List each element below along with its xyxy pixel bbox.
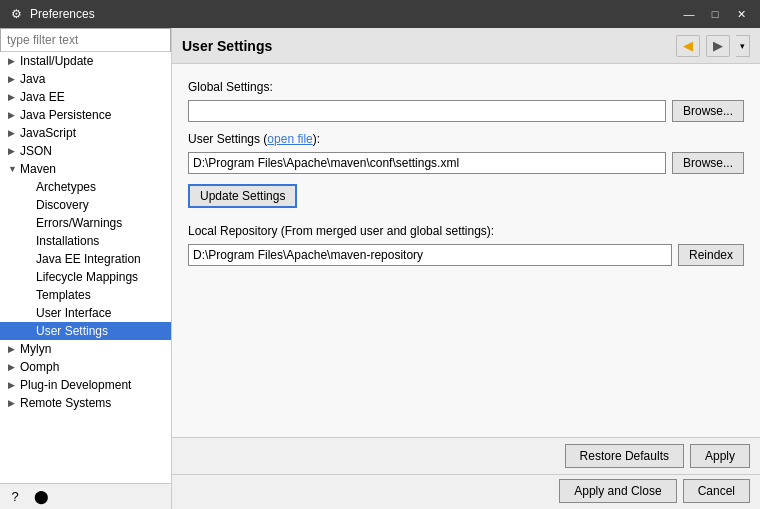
- sidebar-item-label: Plug-in Development: [20, 378, 131, 392]
- sidebar-item-user-settings[interactable]: User Settings: [0, 322, 171, 340]
- sidebar-item-remote-systems[interactable]: ▶ Remote Systems: [0, 394, 171, 412]
- sidebar-item-label: Mylyn: [20, 342, 51, 356]
- user-settings-label: User Settings (open file):: [188, 132, 744, 146]
- title-bar: ⚙ Preferences — □ ✕: [0, 0, 760, 28]
- panel-title: User Settings: [182, 38, 670, 54]
- sidebar-item-label: User Settings: [36, 324, 108, 338]
- nav-forward-button[interactable]: ▶: [706, 35, 730, 57]
- footer-bottom-row: Apply and Close Cancel: [172, 474, 760, 509]
- sidebar-item-label: Archetypes: [36, 180, 96, 194]
- sidebar-item-install-update[interactable]: ▶ Install/Update: [0, 52, 171, 70]
- sidebar: ▶ Install/Update ▶ Java ▶ Java EE ▶ Java…: [0, 28, 172, 509]
- local-repo-label: Local Repository (From merged user and g…: [188, 224, 744, 238]
- user-settings-row: Browse...: [188, 152, 744, 174]
- sidebar-item-java-ee[interactable]: ▶ Java EE: [0, 88, 171, 106]
- sidebar-item-discovery[interactable]: Discovery: [0, 196, 171, 214]
- sidebar-item-json[interactable]: ▶ JSON: [0, 142, 171, 160]
- global-settings-input[interactable]: [188, 100, 666, 122]
- sidebar-item-label: Install/Update: [20, 54, 93, 68]
- global-settings-label: Global Settings:: [188, 80, 744, 94]
- tree-container: ▶ Install/Update ▶ Java ▶ Java EE ▶ Java…: [0, 52, 171, 483]
- expand-icon: ▶: [8, 146, 20, 156]
- sidebar-item-label: Lifecycle Mappings: [36, 270, 138, 284]
- sidebar-item-java[interactable]: ▶ Java: [0, 70, 171, 88]
- sidebar-item-maven[interactable]: ▼ Maven: [0, 160, 171, 178]
- sidebar-item-label: Remote Systems: [20, 396, 111, 410]
- expand-icon: ▶: [8, 74, 20, 84]
- filter-input[interactable]: [0, 28, 171, 52]
- sidebar-item-label: Java EE Integration: [36, 252, 141, 266]
- window-controls: — □ ✕: [678, 5, 752, 23]
- panel-body: Global Settings: Browse... User Settings…: [172, 64, 760, 437]
- sidebar-item-label: Java Persistence: [20, 108, 111, 122]
- sidebar-item-label: JavaScript: [20, 126, 76, 140]
- global-settings-row: Browse...: [188, 100, 744, 122]
- sidebar-item-oomph[interactable]: ▶ Oomph: [0, 358, 171, 376]
- apply-and-close-button[interactable]: Apply and Close: [559, 479, 676, 503]
- cancel-button[interactable]: Cancel: [683, 479, 750, 503]
- sidebar-item-archetypes[interactable]: Archetypes: [0, 178, 171, 196]
- sidebar-item-label: Errors/Warnings: [36, 216, 122, 230]
- sidebar-item-lifecycle-mappings[interactable]: Lifecycle Mappings: [0, 268, 171, 286]
- sidebar-item-javascript[interactable]: ▶ JavaScript: [0, 124, 171, 142]
- user-settings-input[interactable]: [188, 152, 666, 174]
- sidebar-item-label: Maven: [20, 162, 56, 176]
- sidebar-bottom-toolbar: ? ⬤: [0, 483, 171, 509]
- open-file-link[interactable]: open file: [267, 132, 312, 146]
- maximize-button[interactable]: □: [704, 5, 726, 23]
- main-content: ▶ Install/Update ▶ Java ▶ Java EE ▶ Java…: [0, 28, 760, 509]
- sidebar-item-errors-warnings[interactable]: Errors/Warnings: [0, 214, 171, 232]
- sidebar-item-mylyn[interactable]: ▶ Mylyn: [0, 340, 171, 358]
- sidebar-item-label: JSON: [20, 144, 52, 158]
- sidebar-item-installations[interactable]: Installations: [0, 232, 171, 250]
- panel-header: User Settings ◀ ▶ ▾: [172, 28, 760, 64]
- sidebar-item-plugin-development[interactable]: ▶ Plug-in Development: [0, 376, 171, 394]
- minimize-button[interactable]: —: [678, 5, 700, 23]
- app-icon: ⚙: [8, 6, 24, 22]
- close-button[interactable]: ✕: [730, 5, 752, 23]
- expand-icon: ▶: [8, 380, 20, 390]
- expand-icon: ▶: [8, 128, 20, 138]
- sidebar-item-label: Oomph: [20, 360, 59, 374]
- nav-dropdown-button[interactable]: ▾: [736, 35, 750, 57]
- window-title: Preferences: [30, 7, 678, 21]
- apply-button[interactable]: Apply: [690, 444, 750, 468]
- sidebar-item-label: Templates: [36, 288, 91, 302]
- browse1-button[interactable]: Browse...: [672, 100, 744, 122]
- sidebar-item-templates[interactable]: Templates: [0, 286, 171, 304]
- sidebar-item-label: Installations: [36, 234, 99, 248]
- footer-top-row: Restore Defaults Apply: [172, 438, 760, 474]
- expand-icon: ▶: [8, 110, 20, 120]
- expand-icon: ▶: [8, 398, 20, 408]
- nav-back-button[interactable]: ◀: [676, 35, 700, 57]
- sidebar-item-label: User Interface: [36, 306, 111, 320]
- sidebar-item-label: Java EE: [20, 90, 65, 104]
- reindex-button[interactable]: Reindex: [678, 244, 744, 266]
- local-repo-row: Reindex: [188, 244, 744, 266]
- expand-icon: ▶: [8, 92, 20, 102]
- sidebar-item-label: Discovery: [36, 198, 89, 212]
- browse2-button[interactable]: Browse...: [672, 152, 744, 174]
- sidebar-item-user-interface[interactable]: User Interface: [0, 304, 171, 322]
- sidebar-item-java-ee-integration[interactable]: Java EE Integration: [0, 250, 171, 268]
- update-settings-button[interactable]: Update Settings: [188, 184, 297, 208]
- restore-defaults-button[interactable]: Restore Defaults: [565, 444, 684, 468]
- sidebar-item-java-persistence[interactable]: ▶ Java Persistence: [0, 106, 171, 124]
- extra-button[interactable]: ⬤: [30, 487, 52, 507]
- help-button[interactable]: ?: [4, 487, 26, 507]
- local-repo-input[interactable]: [188, 244, 672, 266]
- expand-icon: ▶: [8, 56, 20, 66]
- expand-icon: ▼: [8, 164, 20, 174]
- panel-footer: Restore Defaults Apply Apply and Close C…: [172, 437, 760, 509]
- expand-icon: ▶: [8, 344, 20, 354]
- sidebar-item-label: Java: [20, 72, 45, 86]
- expand-icon: ▶: [8, 362, 20, 372]
- right-panel: User Settings ◀ ▶ ▾ Global Settings: Bro…: [172, 28, 760, 509]
